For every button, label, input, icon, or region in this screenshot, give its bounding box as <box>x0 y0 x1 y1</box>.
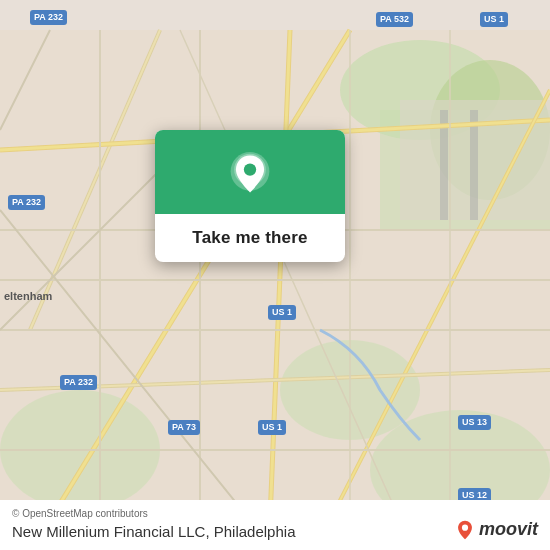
take-me-there-button[interactable]: Take me there <box>192 228 307 247</box>
popup-card-top <box>155 130 345 214</box>
badge-us13: US 13 <box>458 415 491 430</box>
moovit-logo: moovit <box>455 519 538 540</box>
badge-pa532: PA 532 <box>376 12 413 27</box>
badge-pa232-lower: PA 232 <box>60 375 97 390</box>
badge-us1-mid: US 1 <box>268 305 296 320</box>
badge-pa232-top: PA 232 <box>30 10 67 25</box>
badge-us1-lower: US 1 <box>258 420 286 435</box>
svg-point-37 <box>462 524 468 530</box>
popup-card: Take me there <box>155 130 345 262</box>
location-pin-icon <box>228 152 272 196</box>
attribution: © OpenStreetMap contributors <box>12 508 538 519</box>
map-svg <box>0 0 550 550</box>
city-label-cheltenham: eltenham <box>4 290 52 302</box>
badge-pa73: PA 73 <box>168 420 200 435</box>
svg-point-36 <box>244 163 256 175</box>
popup-card-bottom: Take me there <box>155 214 345 262</box>
moovit-pin-icon <box>455 520 475 540</box>
badge-us1-top: US 1 <box>480 12 508 27</box>
moovit-text: moovit <box>479 519 538 540</box>
badge-pa232-mid: PA 232 <box>8 195 45 210</box>
map-container: PA 232 PA 532 US 1 PA 232 PA 232 US 1 PA… <box>0 0 550 550</box>
